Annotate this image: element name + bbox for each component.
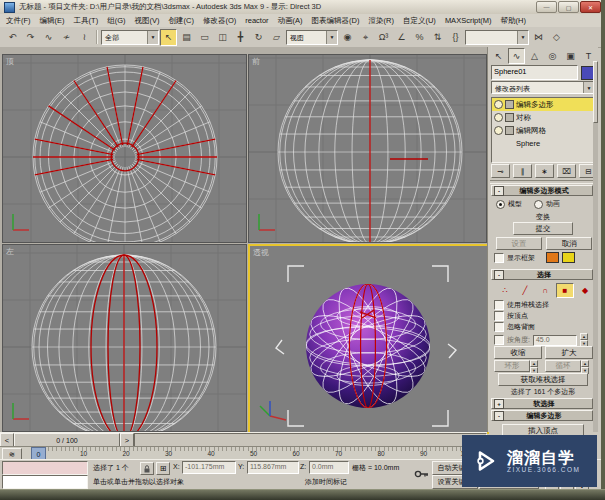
- named-selection-sets-icon[interactable]: {}: [447, 29, 464, 46]
- vertex-subobject-icon[interactable]: ∴: [496, 283, 514, 298]
- visibility-bulb-icon[interactable]: [494, 113, 503, 122]
- menu-item[interactable]: reactor: [245, 16, 268, 25]
- border-subobject-icon[interactable]: ∩: [536, 283, 554, 298]
- collapse-icon[interactable]: -: [494, 411, 504, 421]
- maxscript-mini-listener[interactable]: [2, 461, 88, 475]
- track-bar[interactable]: ≋ 0102030405060708090100 0: [0, 446, 487, 460]
- menu-item[interactable]: 图表编辑器(D): [312, 16, 360, 26]
- menu-item[interactable]: 帮助(H): [501, 16, 526, 26]
- radio-animate[interactable]: 动画: [534, 199, 560, 209]
- chevron-down-icon[interactable]: ▼: [517, 31, 528, 44]
- viewport-perspective[interactable]: 透视: [248, 244, 489, 434]
- rollout-soft-selection[interactable]: + 软选择: [491, 398, 593, 409]
- use-pivot-center-icon[interactable]: ◉: [339, 29, 356, 46]
- cancel-button[interactable]: 取消: [546, 237, 592, 250]
- viewport-front[interactable]: 前: [248, 54, 487, 243]
- angle-field[interactable]: 45.0: [533, 335, 577, 346]
- modifier-stack-row[interactable]: 对称: [492, 111, 594, 124]
- select-and-manipulate-icon[interactable]: ⌖: [357, 29, 374, 46]
- next-frame-button[interactable]: >: [120, 433, 134, 447]
- reference-coordinate-dropdown[interactable]: 视图▼: [286, 30, 338, 45]
- viewport-left[interactable]: 左: [2, 244, 247, 432]
- show-end-result-icon[interactable]: ∥: [513, 164, 532, 178]
- rollout-edit-polygons[interactable]: - 编辑多边形: [491, 410, 593, 421]
- by-vertex-checkbox[interactable]: [494, 311, 504, 321]
- maxscript-listener-white[interactable]: [2, 475, 88, 489]
- rectangular-selection-region-icon[interactable]: ▭: [196, 29, 213, 46]
- viewport-label[interactable]: 左: [6, 246, 14, 257]
- panel-scrollbar[interactable]: [593, 61, 598, 432]
- menu-item[interactable]: 动画(A): [278, 16, 303, 26]
- collapse-icon[interactable]: -: [494, 186, 504, 196]
- y-coordinate-field[interactable]: 115.867mm: [247, 461, 299, 474]
- modifier-stack-row[interactable]: Sphere: [492, 137, 594, 150]
- tab-modify[interactable]: ∿: [508, 48, 525, 64]
- modifier-list-dropdown[interactable]: 修改器列表▼: [491, 81, 595, 94]
- ignore-backfacing-checkbox[interactable]: [494, 322, 504, 332]
- undo-icon[interactable]: ↶: [4, 29, 21, 46]
- snap-toggle-icon[interactable]: Ω³: [375, 29, 392, 46]
- modifier-name[interactable]: 编辑多边形: [516, 100, 554, 110]
- tab-hierarchy[interactable]: △: [526, 48, 543, 64]
- rollout-selection[interactable]: - 选择: [491, 269, 593, 280]
- align-icon[interactable]: ◇: [548, 29, 565, 46]
- visibility-bulb-icon[interactable]: [494, 126, 503, 135]
- tab-motion[interactable]: ◎: [544, 48, 561, 64]
- angle-spinner[interactable]: ▲▼: [580, 333, 588, 347]
- x-coordinate-field[interactable]: -101.175mm: [182, 461, 236, 474]
- selection-lock-icon[interactable]: [140, 462, 154, 475]
- modifier-stack-row[interactable]: 编辑多边形: [492, 98, 594, 111]
- viewport-label[interactable]: 透视: [253, 247, 269, 258]
- by-angle-checkbox[interactable]: [494, 335, 504, 345]
- selection-filter-dropdown[interactable]: 全部▼: [101, 30, 159, 45]
- edge-subobject-icon[interactable]: ╱: [516, 283, 534, 298]
- cage-color-swatch-1[interactable]: [546, 252, 559, 263]
- object-name-field[interactable]: Sphere01: [491, 65, 578, 80]
- minimize-button[interactable]: —: [536, 1, 557, 13]
- loop-spinner[interactable]: ▲▼: [581, 360, 589, 374]
- tab-display[interactable]: ▣: [562, 48, 579, 64]
- time-slider-handle[interactable]: 0 / 100: [14, 433, 120, 447]
- commit-button[interactable]: 提交: [513, 222, 573, 235]
- select-and-link-icon[interactable]: ∿: [40, 29, 57, 46]
- menu-item[interactable]: 工具(T): [74, 16, 99, 26]
- use-stack-selection-checkbox[interactable]: [494, 300, 504, 310]
- menu-item[interactable]: 创建(C): [169, 16, 194, 26]
- select-and-scale-icon[interactable]: ▱: [268, 29, 285, 46]
- rollout-editpoly-mode[interactable]: - 编辑多边形模式: [491, 185, 593, 196]
- menu-item[interactable]: 文件(F): [6, 16, 31, 26]
- ring-spinner[interactable]: ▲▼: [530, 360, 538, 374]
- shrink-button[interactable]: 收缩: [494, 346, 542, 359]
- visibility-bulb-icon[interactable]: [494, 100, 503, 109]
- close-button[interactable]: ✕: [580, 1, 601, 13]
- maximize-button[interactable]: ▢: [558, 1, 579, 13]
- element-subobject-icon[interactable]: ◆: [576, 283, 594, 298]
- select-by-name-icon[interactable]: ▤: [178, 29, 195, 46]
- prev-frame-button[interactable]: <: [0, 433, 14, 447]
- viewport-label[interactable]: 顶: [6, 56, 14, 67]
- select-and-rotate-icon[interactable]: ↻: [250, 29, 267, 46]
- tab-create[interactable]: ↖: [490, 48, 507, 64]
- collapse-icon[interactable]: -: [494, 270, 504, 280]
- modifier-stack-row[interactable]: 编辑网格: [492, 124, 594, 137]
- named-selection-dropdown[interactable]: ▼: [465, 30, 529, 45]
- make-unique-icon[interactable]: ∗: [535, 164, 554, 178]
- remove-modifier-icon[interactable]: ⌧: [557, 164, 576, 178]
- menu-item[interactable]: 组(G): [107, 16, 125, 26]
- expand-icon[interactable]: +: [494, 399, 504, 409]
- chevron-down-icon[interactable]: ▼: [147, 31, 158, 44]
- angle-snap-icon[interactable]: ∠: [393, 29, 410, 46]
- viewport-label[interactable]: 前: [252, 56, 260, 67]
- title-bar[interactable]: 无标题 - 项目文件夹: D:\用户目录\我的文档\3dsmax - Autod…: [0, 0, 605, 15]
- bind-to-space-warp-icon[interactable]: ≀: [76, 29, 93, 46]
- time-slider-track[interactable]: [134, 433, 487, 447]
- unlink-selection-icon[interactable]: ≁: [58, 29, 75, 46]
- menu-item[interactable]: MAXScript(M): [445, 16, 492, 25]
- absolute-offset-toggle-icon[interactable]: ⊞: [156, 462, 170, 475]
- menu-item[interactable]: 编辑(E): [40, 16, 65, 26]
- select-and-move-icon[interactable]: ╋: [232, 29, 249, 46]
- pin-stack-icon[interactable]: ⊸: [491, 164, 510, 178]
- settings-button[interactable]: 设置: [496, 237, 542, 250]
- loop-button[interactable]: 循环: [545, 360, 581, 372]
- modifier-name[interactable]: 编辑网格: [516, 126, 546, 136]
